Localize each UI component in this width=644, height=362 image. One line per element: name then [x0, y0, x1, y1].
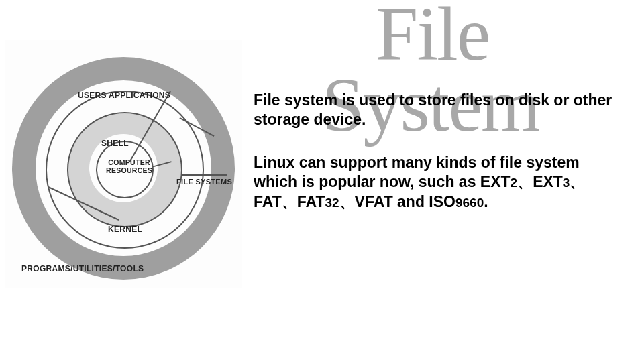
p2-num: 3 — [563, 176, 570, 190]
paragraph-2: Linux can support many kinds of file sys… — [254, 153, 627, 212]
p2-num: 9660 — [455, 196, 484, 210]
paragraph-1: File system is used to store files on di… — [254, 90, 627, 130]
p2-vfat-iso: VFAT and ISO — [355, 193, 455, 210]
label-shell: SHELL — [101, 139, 129, 148]
leader-line — [181, 174, 227, 176]
p2-num: 2 — [511, 176, 518, 190]
watermark-line-1: File — [376, 0, 489, 72]
p2-fat32: FAT — [297, 193, 325, 210]
label-file-systems: FILE SYSTEMS — [176, 178, 232, 186]
label-computer-resources: COMPUTER RESOURCES — [106, 158, 152, 174]
p2-fat: FAT — [254, 193, 282, 210]
p2-sep: 、 — [570, 173, 585, 190]
p2-ext3: EXT — [533, 173, 563, 190]
p2-sep: 、 — [282, 193, 297, 210]
label-programs-utilities-tools: PROGRAMS/UTILITIES/TOOLS — [21, 264, 144, 274]
architecture-diagram: USERS APPLICATIONS SHELL FILE SYSTEMS CO… — [5, 40, 241, 288]
label-users-applications: USERS APPLICATIONS — [78, 90, 170, 100]
p2-num: 32 — [325, 196, 339, 210]
p2-period: . — [484, 193, 488, 210]
label-kernel: KERNEL — [108, 225, 142, 234]
p2-sep: 、 — [517, 173, 533, 190]
p2-sep: 、 — [339, 193, 355, 210]
slide-text: File system is used to store files on di… — [254, 90, 627, 235]
slide: File System USERS APPLICATIONS SHELL FIL… — [0, 0, 644, 362]
